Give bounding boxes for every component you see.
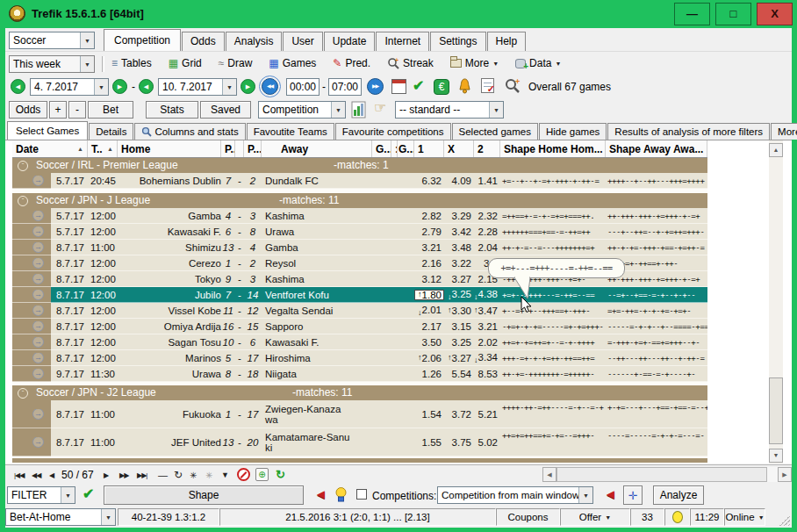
search-plus-icon[interactable]: +	[504, 77, 521, 95]
time-to-input[interactable]: 07:00	[328, 78, 362, 96]
first-record-button[interactable]: |◀◀	[14, 468, 24, 482]
menu-tab-analysis[interactable]: Analysis	[226, 32, 283, 51]
odds-button[interactable]: Odds	[9, 101, 47, 119]
chevron-down-icon[interactable]: ▼	[80, 56, 94, 72]
time-from-input[interactable]: 00:00	[286, 78, 320, 96]
toolbar-button-draw[interactable]: ≈Draw	[216, 55, 255, 71]
delete-record-icon[interactable]: —	[158, 468, 167, 482]
filter-check-icon[interactable]: ✔	[83, 485, 94, 502]
hscrollbar-thumb[interactable]	[556, 467, 767, 482]
tab-select-games[interactable]: Select Games	[7, 121, 88, 140]
open-game-icon[interactable]: →	[32, 337, 44, 348]
chevron-down-icon[interactable]: ▼	[222, 79, 236, 95]
collapse-group-icon[interactable]: ˇ	[18, 388, 28, 399]
menu-tab-competition[interactable]: Competition	[104, 29, 181, 52]
filter-funnel-icon[interactable]: ▼	[221, 468, 229, 482]
open-game-icon[interactable]: →	[32, 306, 44, 316]
stats-button[interactable]: Stats	[146, 101, 198, 119]
column-header-shape-home[interactable]: Shape Home Hom...	[500, 140, 606, 157]
tab-columns-and-stats[interactable]: Columns and stats	[134, 123, 245, 140]
collapse-group-icon[interactable]: ˇ	[18, 161, 28, 171]
chevron-down-icon[interactable]: ▼	[94, 79, 108, 95]
open-game-icon[interactable]: →	[32, 321, 44, 332]
menu-tab-help[interactable]: Help	[487, 32, 527, 51]
bookmaker-select[interactable]: Bet-At-Home ▼	[5, 508, 116, 526]
close-button[interactable]: X	[757, 3, 793, 25]
open-game-icon[interactable]: →	[32, 258, 44, 269]
refresh-record-icon[interactable]: ↻	[174, 468, 182, 482]
currency-icon[interactable]: €	[434, 79, 449, 95]
game-row[interactable]: →8.7.1712:00Omiya Ardija16-15Sapporo2.17…	[12, 319, 707, 334]
game-row[interactable]: →8.7.1712:00Vissel Kobe11-12Vegalta Send…	[12, 303, 707, 319]
open-game-icon[interactable]: →	[32, 353, 44, 363]
open-game-icon[interactable]: →	[32, 211, 44, 221]
red-arrow-left-icon[interactable]: ◄	[604, 486, 617, 501]
scroll-down-icon[interactable]: ▼	[769, 449, 783, 463]
column-header-odds-2[interactable]: 2	[474, 140, 500, 157]
column-header-dash[interactable]	[235, 140, 244, 157]
column-header-odds-x[interactable]: X	[444, 140, 474, 157]
group-header[interactable]: ˇSoccer / IRL - Premier League-matches: …	[12, 158, 707, 173]
date-to-select[interactable]: 10. 7.2017 ▼	[158, 78, 237, 96]
online-dropdown[interactable]: Online ▼	[724, 508, 765, 526]
toolbar-button-streak[interactable]: +Streak	[384, 55, 436, 71]
chevron-down-icon[interactable]: ▼	[101, 509, 115, 525]
tab-favourite-competitions[interactable]: Favourite competitions	[335, 123, 451, 140]
plus-button[interactable]: +	[49, 101, 67, 119]
chevron-down-icon[interactable]: ▼	[61, 487, 75, 503]
zoom-selection-icon[interactable]: ⊕	[255, 468, 269, 481]
game-row[interactable]: →8.7.1711:00JEF United13-20Kamatamare-Sa…	[12, 428, 707, 457]
competitions-select[interactable]: Competition from main window ▼	[437, 486, 593, 504]
chevron-down-icon[interactable]: ▼	[489, 102, 503, 118]
competitions-checkbox[interactable]	[356, 489, 367, 500]
resize-grip[interactable]	[779, 515, 790, 526]
analyze-button[interactable]: Analyze	[653, 485, 704, 505]
column-header-pos-away[interactable]: P...	[244, 140, 262, 157]
title-bar[interactable]: Trefik 15.6.1.6 [64bit] — □ X	[0, 0, 797, 28]
column-header-shape-away[interactable]: Shape Away Awa...	[606, 140, 707, 157]
open-game-icon[interactable]: →	[32, 242, 44, 253]
tab-hide-games[interactable]: Hide games	[539, 123, 607, 140]
chart-column-icon[interactable]	[351, 101, 369, 119]
open-game-icon[interactable]: →	[32, 369, 44, 379]
game-row[interactable]: →8.7.1711:00Fukuoka1-17Zwiegen-Kanaza wa…	[12, 400, 707, 428]
shape-filter-button[interactable]: Shape	[104, 485, 304, 505]
fast-next-button[interactable]: ▶▶	[119, 468, 128, 482]
toolbar-button-grid[interactable]: ▦Grid	[166, 55, 205, 71]
hand-pointer-icon[interactable]: ☞	[374, 99, 386, 116]
game-row[interactable]: →5.7.1712:00Gamba4-3Kashima2.823.292.32=…	[12, 208, 707, 224]
game-row[interactable]: →8.7.1711:00Shimizu13-4Gamba3.213.482.04…	[12, 240, 707, 255]
column-header-pos-home[interactable]: P...	[221, 140, 235, 157]
open-game-icon[interactable]: →	[32, 226, 44, 237]
time-reset-to-icon[interactable]: ▶▶	[367, 78, 384, 95]
scroll-left-icon[interactable]: ◀	[542, 467, 556, 482]
lamp-icon[interactable]	[334, 485, 348, 503]
next-date-from-button[interactable]: ▶	[112, 79, 127, 94]
group-header[interactable]: ˇSoccer / JPN - J League-matches: 11	[12, 193, 707, 208]
tab-results-of-analysis-of-more-filters[interactable]: Results of analysis of more filters	[607, 123, 770, 140]
game-row[interactable]: →9.7.1711:30Urawa8-18Niigata1.265.548.53…	[12, 366, 707, 382]
red-arrow-left-icon[interactable]: ◄	[314, 486, 327, 501]
sport-select[interactable]: Soccer ▼	[9, 32, 95, 49]
column-header-time[interactable]: T..▲	[88, 140, 118, 157]
toolbar-button-games[interactable]: ▦Games	[266, 55, 319, 71]
scrollbar-thumb[interactable]	[769, 377, 783, 444]
prev-date-from-button[interactable]: ◀	[11, 79, 25, 94]
template-select[interactable]: -- standard -- ▼	[395, 101, 504, 119]
period-select[interactable]: This week ▼	[9, 55, 95, 73]
minus-button[interactable]: -	[68, 101, 86, 119]
column-header-goals-away[interactable]: G...	[395, 140, 414, 157]
toolbar-button-tables[interactable]: ≡Tables	[109, 55, 154, 71]
next-date-to-button[interactable]: ▶	[241, 79, 255, 94]
chevron-down-icon[interactable]: ▼	[578, 487, 592, 503]
toolbar-button-pred[interactable]: ✎Pred.	[330, 55, 373, 71]
column-header-away[interactable]: Away	[262, 140, 372, 157]
prev-record-button[interactable]: ◀	[49, 468, 54, 482]
menu-tab-user[interactable]: User	[283, 32, 322, 51]
bell-icon[interactable]	[458, 78, 471, 94]
fast-prev-button[interactable]: ◀◀	[32, 468, 40, 482]
asterisk-dim-icon[interactable]: ✳	[205, 468, 212, 482]
table-header[interactable]: Date▲T..▲HomeP...P...AwayG...:G...1X2Sha…	[12, 140, 707, 158]
cancel-filter-icon[interactable]	[237, 468, 250, 481]
game-row[interactable]: →8.7.1712:00Marinos5-17Hiroshima↑2.06↑3.…	[12, 350, 707, 366]
